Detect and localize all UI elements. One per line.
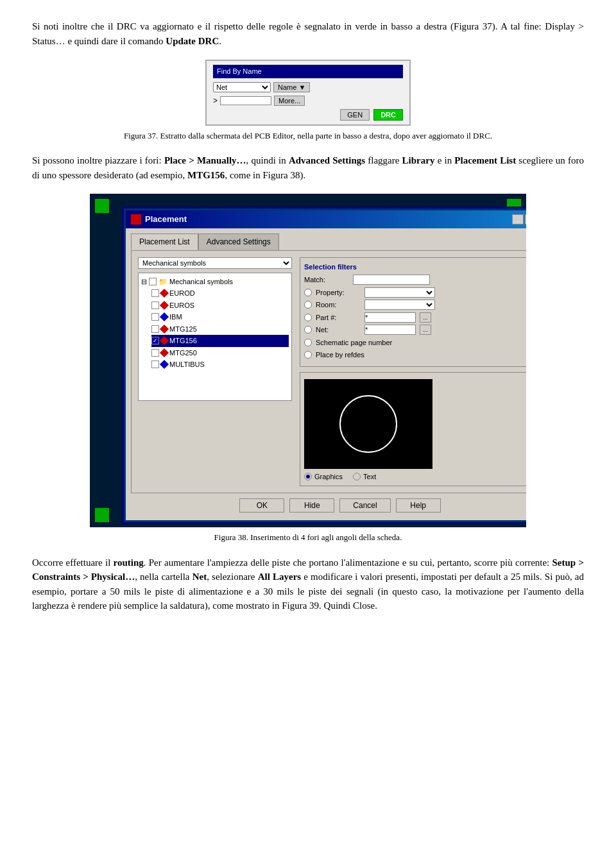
selection-filters-title: Selection filters [304, 262, 526, 273]
restore-btn[interactable]: □ [525, 214, 526, 225]
left-panel: Mechanical symbols ⊟ 📁 Mechanical symbol… [138, 257, 292, 487]
mtg250-checkbox[interactable] [151, 349, 159, 357]
tree-item-euros[interactable]: EUROS [151, 300, 289, 312]
placement-dialog-body: Placement List Advanced Settings Mechani… [126, 228, 526, 521]
net-label: Net: [316, 325, 361, 335]
folder-icon: 📁 [158, 276, 167, 287]
paragraph-3: Occorre effettuare il routing. Per aumen… [32, 555, 584, 613]
partnum-radio[interactable] [304, 314, 312, 321]
find-input[interactable] [220, 96, 271, 105]
sf-refdes-row: Place by refdes [304, 350, 526, 360]
sf-room-row: Room: [304, 300, 526, 310]
quickview-section: Graphics Text [300, 372, 526, 487]
mtg156-label: MTG156 [169, 335, 197, 346]
sf-schematic-row: Schematic page number [304, 337, 526, 348]
tab-advanced-settings[interactable]: Advanced Settings [198, 233, 279, 250]
partnum-label: Part #: [316, 312, 361, 323]
eurod-label: EUROD [169, 288, 195, 299]
euros-label: EUROS [169, 300, 194, 311]
figure-38-container: C3 C 3 Ln Ln *** *** *** *** P5 P5 15910… [32, 194, 584, 544]
ibm-label: IBM [169, 312, 182, 323]
room-radio[interactable] [304, 301, 312, 309]
euros-checkbox[interactable] [151, 301, 159, 309]
find-by-name-dialog: Find By Name Net Name ▼ > More... GEN DR… [205, 60, 411, 126]
text-radio-item[interactable]: Text [353, 471, 376, 482]
tree-item-mtg125[interactable]: MTG125 [151, 323, 289, 335]
sf-match-row: Match: [304, 275, 526, 285]
room-label: Room: [316, 300, 361, 310]
net-filter-radio[interactable] [304, 326, 312, 334]
ibm-checkbox[interactable] [151, 313, 159, 321]
tree-item-mtg250[interactable]: MTG250 [151, 347, 289, 359]
pcb-background: C3 C 3 Ln Ln *** *** *** *** P5 P5 15910… [90, 194, 526, 527]
graphics-radio-item[interactable]: Graphics [304, 471, 343, 482]
placement-outer: Placement _ □ ✕ Placement List Advanced … [122, 207, 526, 524]
category-dropdown[interactable]: Mechanical symbols [138, 257, 292, 269]
mtg125-icon [160, 325, 169, 334]
quickview-radio-row: Graphics Text [304, 471, 526, 482]
graphics-radio[interactable] [304, 473, 312, 480]
tree-root[interactable]: ⊟ 📁 Mechanical symbols [141, 276, 289, 288]
titlebar-controls: _ □ ✕ [512, 214, 526, 225]
net-input[interactable] [364, 325, 416, 335]
mtg156-checkbox[interactable]: ✓ [151, 337, 159, 344]
tree-root-label: Mechanical symbols [169, 276, 233, 287]
gen-btn[interactable]: GEN [340, 109, 370, 121]
find-by-name-row1: Net Name ▼ [213, 82, 403, 92]
quickview-display [304, 379, 432, 469]
drc-btn[interactable]: DRC [373, 109, 403, 121]
name-dropdown-btn[interactable]: Name ▼ [273, 82, 310, 92]
schematic-radio[interactable] [304, 339, 312, 346]
help-button[interactable]: Help [396, 498, 441, 513]
euros-icon [160, 301, 169, 310]
cancel-button[interactable]: Cancel [339, 498, 390, 513]
tree-item-eurod[interactable]: EUROD [151, 287, 289, 300]
find-by-name-buttons: GEN DRC [213, 109, 403, 121]
refdes-radio[interactable] [304, 351, 312, 359]
room-select[interactable] [364, 300, 435, 310]
mtg125-checkbox[interactable] [151, 325, 159, 333]
partnum-dots-btn[interactable]: ... [420, 312, 431, 323]
sf-net-row: Net: ... [304, 325, 526, 335]
find-by-name-row2: > More... [213, 95, 403, 106]
mtg156-icon [160, 336, 169, 345]
net-dots-btn[interactable]: ... [420, 325, 431, 335]
hide-button[interactable]: Hide [289, 498, 334, 513]
tree-item-ibm[interactable]: IBM [151, 311, 289, 323]
selection-filters-box: Selection filters Match: Property: [300, 257, 526, 367]
tree-item-mtg156[interactable]: ✓ MTG156 [151, 335, 289, 347]
match-input[interactable] [353, 275, 430, 285]
eurod-checkbox[interactable] [151, 289, 159, 297]
placement-dialog-wrapper: Placement _ □ ✕ Placement List Advanced … [122, 207, 526, 524]
ok-button[interactable]: OK [239, 498, 284, 513]
tab-placement-list[interactable]: Placement List [131, 233, 198, 250]
minimize-btn[interactable]: _ [512, 214, 524, 225]
figure-37-container: Find By Name Net Name ▼ > More... GEN DR… [32, 60, 584, 142]
text-radio[interactable] [353, 473, 361, 480]
fig37-caption: Figura 37. Estratto dalla schermata del … [124, 130, 492, 142]
match-label: Match: [304, 275, 349, 285]
tree-expand-icon: ⊟ [141, 276, 147, 287]
graphics-label: Graphics [314, 471, 343, 482]
dialog-content: Mechanical symbols ⊟ 📁 Mechanical symbol… [131, 250, 526, 494]
property-select[interactable] [364, 287, 435, 298]
placement-titlebar: Placement _ □ ✕ [126, 210, 526, 228]
eurod-icon [160, 289, 169, 298]
net-select[interactable]: Net [213, 82, 271, 92]
sf-property-row: Property: [304, 287, 526, 298]
schematic-label: Schematic page number [316, 337, 392, 348]
dialog-buttons: OK Hide Cancel Help [131, 493, 526, 515]
multibus-checkbox[interactable] [151, 360, 159, 368]
partnum-input[interactable] [364, 312, 416, 323]
placement-title: Placement [145, 213, 187, 226]
tree-root-checkbox[interactable] [149, 278, 157, 285]
mtg250-label: MTG250 [169, 348, 197, 359]
property-radio[interactable] [304, 289, 312, 296]
more-btn[interactable]: More... [274, 96, 305, 106]
titlebar-left: Placement [131, 213, 187, 226]
quickview-circle [339, 395, 397, 453]
ibm-icon [160, 312, 169, 321]
property-label: Property: [316, 287, 361, 298]
tree-item-multibus[interactable]: MULTIBUS [151, 359, 289, 371]
placement-icon [131, 214, 141, 225]
